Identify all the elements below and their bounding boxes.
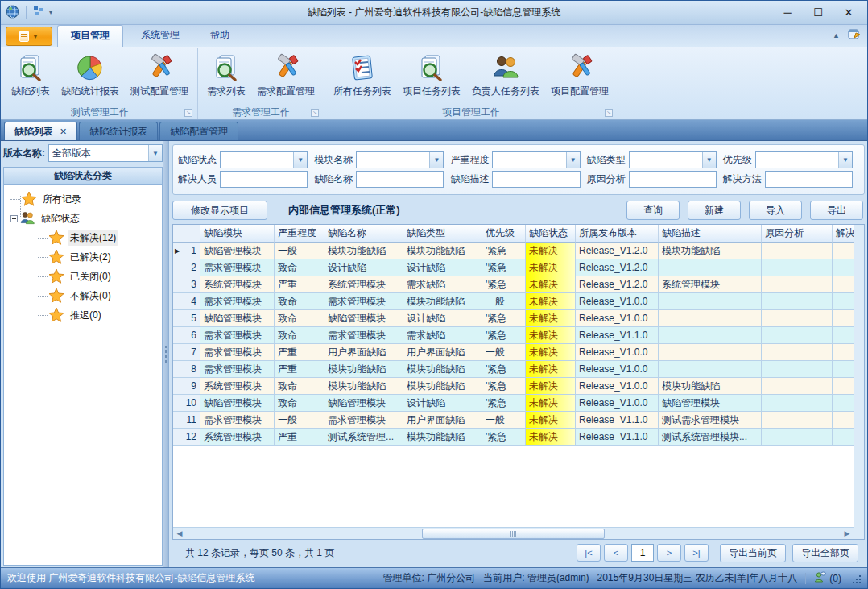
ribbon-button[interactable]: 所有任务列表	[329, 50, 395, 101]
tree-item[interactable]: 未解决(12)	[4, 228, 162, 247]
table-row[interactable]: 9系统管理模块致命模块功能缺陷模块功能缺陷'紧急未解决Release_V1.0.…	[173, 378, 854, 395]
ribbon-tab-1[interactable]: 项目管理	[57, 25, 123, 47]
ribbon-button[interactable]: 负责人任务列表	[468, 50, 544, 101]
dialog-launcher-icon[interactable]: ↘	[311, 109, 319, 117]
first-page-button[interactable]: |<	[577, 544, 601, 562]
vertical-scrollbar[interactable]	[854, 225, 864, 539]
ribbon-button[interactable]: 缺陷统计报表	[57, 50, 123, 101]
version-select[interactable]: 全部版本 ▼	[48, 144, 163, 162]
column-header[interactable]: 缺陷名称	[324, 225, 403, 243]
scrollbar-thumb[interactable]	[422, 529, 606, 539]
column-header[interactable]: 缺陷状态	[526, 225, 576, 243]
scroll-right-icon[interactable]: ▶	[841, 529, 854, 537]
tree-item[interactable]: 已关闭(0)	[4, 267, 162, 286]
page-number-input[interactable]: 1	[631, 544, 654, 562]
quick-access-caret-icon[interactable]: ▾	[49, 9, 52, 16]
column-header[interactable]: 严重程度	[275, 225, 324, 243]
export-current-page-button[interactable]: 导出当前页	[720, 544, 786, 562]
table-row[interactable]: 3系统管理模块严重系统管理模块需求缺陷'紧急未解决Release_V1.2.0系…	[173, 276, 854, 293]
new-button[interactable]: 新建	[688, 201, 741, 220]
table-row[interactable]: 7需求管理模块严重用户界面缺陷用户界面缺陷一般未解决Release_V1.0.0	[173, 344, 854, 361]
column-header[interactable]: 解决	[833, 225, 854, 243]
table-row[interactable]: 5缺陷管理模块致命缺陷管理模块设计缺陷'紧急未解决Release_V1.0.0	[173, 310, 854, 327]
chevron-down-icon[interactable]: ▼	[429, 152, 443, 168]
prev-page-button[interactable]: <	[604, 544, 628, 562]
ribbon-help-icon[interactable]	[848, 28, 861, 43]
table-row[interactable]: 10缺陷管理模块致命缺陷管理模块设计缺陷'紧急未解决Release_V1.0.0…	[173, 395, 854, 412]
ribbon-tab-3[interactable]: 帮助	[197, 25, 242, 47]
table-row[interactable]: ▶1缺陷管理模块一般模块功能缺陷模块功能缺陷'紧急未解决Release_V1.2…	[173, 243, 854, 259]
table-row[interactable]: 8需求管理模块严重模块功能缺陷模块功能缺陷'紧急未解决Release_V1.0.…	[173, 361, 854, 378]
filter-input[interactable]	[220, 171, 308, 188]
export-button[interactable]: 导出	[810, 201, 863, 220]
import-button[interactable]: 导入	[749, 201, 802, 220]
ribbon-button[interactable]: 需求配置管理	[253, 50, 319, 101]
app-menu-icon	[19, 31, 29, 42]
tree-item[interactable]: 推迟(0)	[4, 305, 162, 325]
filter-input[interactable]	[492, 171, 580, 188]
chevron-down-icon[interactable]: ▼	[702, 152, 716, 168]
maximize-button[interactable]: ☐	[804, 4, 832, 22]
close-button[interactable]: ✕	[835, 4, 862, 22]
filter-combobox[interactable]: ▼	[492, 151, 580, 168]
ribbon-tab-2[interactable]: 系统管理	[128, 25, 192, 47]
chevron-down-icon[interactable]: ▼	[148, 145, 162, 161]
scroll-left-icon[interactable]: ◀	[173, 529, 186, 537]
filter-field: 严重程度▼	[450, 151, 586, 168]
column-header[interactable]: 所属发布版本	[576, 225, 659, 243]
filter-value	[493, 152, 565, 168]
ribbon-button[interactable]: 项目配置管理	[547, 50, 613, 101]
filter-input[interactable]	[356, 171, 444, 188]
filter-combobox[interactable]: ▼	[220, 151, 308, 168]
tree-item[interactable]: 已解决(2)	[4, 247, 162, 267]
chevron-down-icon[interactable]: ▼	[566, 152, 580, 168]
table-row[interactable]: 11需求管理模块一般需求管理模块用户界面缺陷一般未解决Release_V1.1.…	[173, 412, 854, 429]
next-page-button[interactable]: >	[657, 544, 681, 562]
application-menu-button[interactable]: ▼	[6, 27, 52, 46]
filter-combobox[interactable]: ▼	[755, 151, 853, 168]
table-row[interactable]: 12系统管理模块严重测试系统管理...模块功能缺陷'紧急未解决Release_V…	[173, 429, 854, 446]
table-row[interactable]: 6需求管理模块致命需求管理模块需求缺陷'紧急未解决Release_V1.1.0	[173, 327, 854, 344]
table-cell: Release_V1.2.0	[576, 243, 659, 259]
splitter-handle[interactable]	[163, 141, 169, 567]
table-row[interactable]: 4需求管理模块致命需求管理模块模块功能缺陷一般未解决Release_V1.0.0	[173, 293, 854, 310]
tree-item[interactable]: 缺陷状态	[4, 209, 162, 228]
tree-item[interactable]: 所有记录	[4, 189, 162, 209]
query-button[interactable]: 查询	[626, 201, 680, 220]
column-header[interactable]: 缺陷模块	[200, 225, 275, 243]
ribbon-button[interactable]: 需求列表	[203, 50, 250, 101]
table-row[interactable]: 2需求管理模块致命设计缺陷设计缺陷'紧急未解决Release_V1.2.0	[173, 259, 854, 276]
export-all-pages-button[interactable]: 导出全部页	[792, 544, 858, 562]
ribbon-collapse-icon[interactable]: ▲	[833, 31, 840, 39]
modify-display-items-button[interactable]: 修改显示项目	[172, 201, 267, 220]
column-header[interactable]: 原因分析	[762, 225, 833, 243]
table-cell: 缺陷管理模块	[200, 243, 275, 259]
table-cell: 未解决	[526, 327, 576, 344]
messages-person-icon[interactable]	[814, 571, 826, 585]
column-header[interactable]: 优先级	[482, 225, 526, 243]
doc-tab-2[interactable]: 缺陷统计报表	[79, 122, 158, 140]
filter-combobox[interactable]: ▼	[629, 151, 717, 168]
last-page-button[interactable]: >|	[684, 544, 709, 562]
tree-item[interactable]: 不解决(0)	[4, 286, 162, 305]
resize-grip[interactable]	[851, 574, 861, 583]
ribbon-button[interactable]: 项目任务列表	[399, 50, 465, 101]
chevron-down-icon[interactable]: ▼	[838, 152, 852, 168]
filter-input[interactable]	[765, 171, 853, 188]
dialog-launcher-icon[interactable]: ↘	[605, 109, 613, 117]
horizontal-scrollbar[interactable]: ◀ ▶	[173, 527, 854, 539]
ribbon-button[interactable]: 缺陷列表	[7, 50, 54, 101]
quick-access-grid-icon[interactable]	[33, 6, 44, 19]
column-header[interactable]: 缺陷类型	[403, 225, 482, 243]
tree-expander-icon[interactable]	[10, 215, 18, 222]
filter-input[interactable]	[629, 171, 717, 188]
chevron-down-icon[interactable]: ▼	[293, 152, 307, 168]
tab-close-icon[interactable]: ✕	[60, 127, 67, 137]
doc-tab-3[interactable]: 缺陷配置管理	[159, 122, 238, 140]
dialog-launcher-icon[interactable]: ↘	[184, 109, 192, 117]
column-header[interactable]: 缺陷描述	[659, 225, 762, 243]
ribbon-button[interactable]: 测试配置管理	[126, 50, 192, 101]
filter-combobox[interactable]: ▼	[356, 151, 444, 168]
doc-tab-1[interactable]: 缺陷列表✕	[4, 122, 77, 140]
minimize-button[interactable]: ─	[774, 4, 801, 22]
